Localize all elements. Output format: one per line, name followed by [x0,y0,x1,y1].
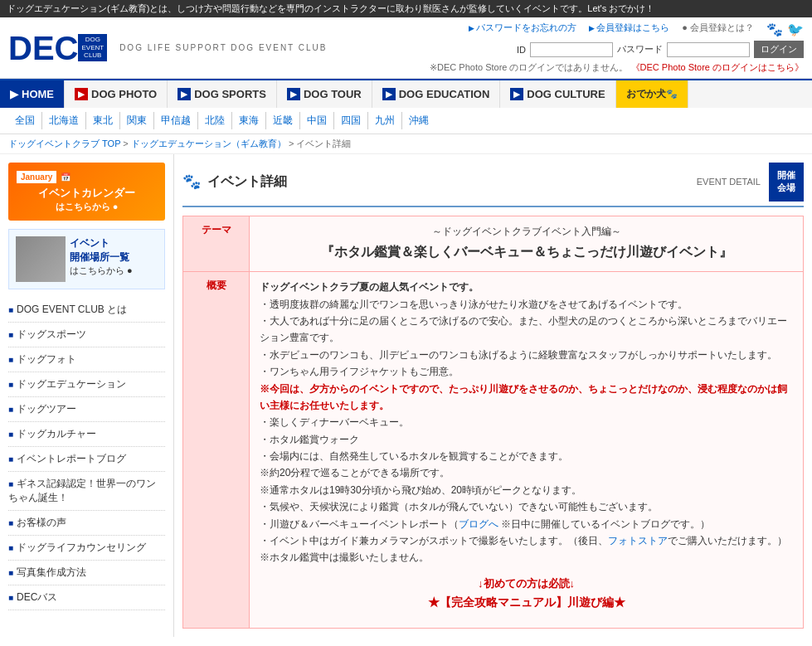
summary-bottom: ↓初めての方は必読↓ ★【完全攻略マニュアル】川遊び編★ [260,566,793,621]
sidebar-venue-banner[interactable]: イベント 開催場所一覧 はこちらから ● [8,229,165,289]
region-shikoku[interactable]: 四国 [334,112,368,129]
summary-line12: ・気候や、天候状況により鑑賞（ホタルが飛んでいない）できない可能性もございます。 [260,498,793,515]
calendar-banner-title: イベントカレンダー [17,186,157,201]
nav-dog-sports[interactable]: ▶ DOG SPORTS [168,80,277,108]
nav-dog-education-label: DOG EDUCATION [399,88,490,100]
region-all[interactable]: 全国 [8,112,42,129]
sidebar: January 📅 イベントカレンダー はこちらから ● イベント 開催場所一覧 [0,154,174,637]
nav-arrow-tour: ▶ [287,88,300,100]
register-link[interactable]: 会員登録はこちら [589,22,669,37]
summary-row: 概要 ドッグイベントクラブ夏の超人気イベントです。 ・透明度抜群の綺麗な川でワン… [183,272,804,629]
region-kyushu[interactable]: 九州 [368,112,402,129]
theme-intro: ～ドッグイベントクラブイベント入門編～ [260,223,793,241]
top-banner-text: ドッグエデュケーション(ギム教育)とは、しつけ方や問題行動などを専門のインストラ… [7,3,654,13]
summary-content-cell: ドッグイベントクラブ夏の超人気イベントです。 ・透明度抜群の綺麗な川でワンコを思… [250,272,804,629]
breadcrumb-top[interactable]: ドッグイベントクラブ TOP [8,138,120,148]
nav-dog-sports-label: DOG SPORTS [194,88,266,100]
paw-decoration: 🐾 [182,172,201,191]
password-input[interactable] [667,42,750,57]
region-kanto[interactable]: 関東 [120,112,154,129]
open-venue-button[interactable]: 開催 会場 [769,163,804,202]
breadcrumb-current: イベント詳細 [296,138,351,148]
question-icon: ● [682,22,688,32]
password-label: パスワード [617,43,663,56]
region-hokkaido[interactable]: 北海道 [42,112,86,129]
theme-content-cell: ～ドッグイベントクラブイベント入門編～ 『ホタル鑑賞＆楽しくバーベキュー＆ちょこ… [250,216,804,271]
password-link[interactable]: パスワードをお忘れの方 [469,22,576,37]
main-content: January 📅 イベントカレンダー はこちらから ● イベント 開催場所一覧 [0,154,812,637]
nav-home[interactable]: HOME [0,80,65,108]
breadcrumb: ドッグイベントクラブ TOP > ドッグエデュケーション（ギム教育） > イベン… [0,134,812,154]
region-tokai[interactable]: 東海 [232,112,266,129]
region-tohoku[interactable]: 東北 [86,112,120,129]
sidebar-item-bus[interactable]: DECバス [8,585,165,610]
summary-line3: ・大人であれば十分に足の届くところで泳げるので安心。また、小型犬の足のつくところ… [260,313,793,347]
summary-label-cell: 概要 [183,272,250,629]
login-button[interactable]: ログイン [754,41,804,58]
region-chugoku[interactable]: 中国 [300,112,334,129]
event-table: テーマ ～ドッグイベントクラブイベント入門編～ 『ホタル鑑賞＆楽しくバーベキュー… [182,216,804,629]
sidebar-item-education[interactable]: ドッグエデュケーション [8,372,165,397]
venue-banner-link: はこちらから ● [70,265,133,277]
sidebar-item-counseling[interactable]: ドッグライフカウンセリング [8,536,165,561]
nav-dog-culture[interactable]: ▶ DOG CULTURE [500,80,615,108]
breadcrumb-education[interactable]: ドッグエデュケーション（ギム教育） [131,138,286,148]
header-icons: 🐾 🐦 [766,22,804,37]
header: DEC DOG EVENT CLUB DOG LIFE SUPPORT DOG … [0,17,812,79]
venue-banner-subtitle: 開催場所一覧 [70,250,133,265]
main-nav: HOME ▶ DOG PHOTO ▶ DOG SPORTS ▶ DOG TOUR… [0,79,812,108]
summary-line14: ・イベント中はガイド兼カメラマンがスポットで撮影をいたします。（後日、フォトスト… [260,532,793,549]
region-koshinetsu[interactable]: 甲信越 [154,112,198,129]
sidebar-item-voice[interactable]: お客様の声 [8,511,165,536]
breadcrumb-sep1: > [123,138,130,148]
summary-line13: ・川遊び＆バーベキューイベントレポート（ブログへ ※日中に開催しているイベントブ… [260,516,793,532]
nav-dog-tour-label: DOG TOUR [304,88,362,100]
summary-line11: ※通常ホタルは19時30分頃から飛び始め、20時頃がピークとなります。 [260,482,793,498]
logo[interactable]: DEC DOG EVENT CLUB [8,32,107,65]
bottom-star-text: ★【完全攻略マニュアル】川遊び編★ [268,593,785,613]
sidebar-item-culture[interactable]: ドッグカルチャー [8,422,165,447]
paw-icon: 🐾 [766,22,783,37]
nav-dog-education[interactable]: ▶ DOG EDUCATION [372,80,501,108]
sidebar-item-guinness[interactable]: ギネス記録認定！世界一のワンちゃん誕生！ [8,472,165,511]
nav-outing[interactable]: おでか犬 🐾 [616,80,688,108]
blog-link[interactable]: ブログへ [459,518,498,530]
twitter-icon[interactable]: 🐦 [787,22,804,37]
logo-dec: DEC [8,32,78,65]
nav-arrow-sports: ▶ [177,88,191,100]
sidebar-menu: DOG EVENT CLUB とは ドッグスポーツ ドッグフォト ドッグエデュケ… [8,298,165,610]
nav-outing-label: おでか犬 [626,87,666,101]
nav-outing-icon: 🐾 [666,89,678,100]
sidebar-item-photo[interactable]: ドッグフォト [8,347,165,372]
sidebar-item-report[interactable]: イベントレポートブログ [8,447,165,472]
id-input[interactable] [530,42,613,57]
nav-home-label: HOME [22,88,54,100]
nav-dog-photo-label: DOG PHOTO [91,88,157,100]
region-okinawa[interactable]: 沖縄 [402,112,435,129]
event-detail-title-text: イベント詳細 [207,173,287,191]
event-detail-label: EVENT DETAIL [697,177,761,187]
summary-line6: ※今回は、夕方からのイベントですので、たっぷり川遊びをさせるのか、ちょこっとだけ… [260,381,793,415]
event-detail-title: 🐾 イベント詳細 [182,172,287,191]
summary-line15: ※ホタル鑑賞中は撮影いたしません。 [260,549,793,566]
nav-dog-photo[interactable]: ▶ DOG PHOTO [65,80,168,108]
region-kinki[interactable]: 近畿 [266,112,300,129]
top-banner: ドッグエデュケーション(ギム教育)とは、しつけ方や問題行動などを専門のインストラ… [0,0,812,17]
photostore-link[interactable]: フォトストア [608,535,668,546]
calendar-banner-sub: はこちらから ● [17,201,157,213]
sidebar-calendar-banner[interactable]: January 📅 イベントカレンダー はこちらから ● [8,163,165,221]
venue-banner-title: イベント [70,236,133,250]
nav-dog-tour[interactable]: ▶ DOG TOUR [277,80,372,108]
summary-line10: ※約20分程で巡ることができる場所です。 [260,464,793,481]
region-nav: 全国 北海道 東北 関東 甲信越 北陸 東海 近畿 中国 四国 九州 沖縄 [0,108,812,134]
summary-line5: ・ワンちゃん用ライフジャケットもご用意。 [260,363,793,380]
summary-line8: ・ホタル鑑賞ウォーク [260,431,793,448]
sidebar-item-tour[interactable]: ドッグツアー [8,397,165,422]
sidebar-item-about[interactable]: DOG EVENT CLUB とは [8,298,165,323]
id-label: ID [517,45,526,55]
photo-store-link[interactable]: 《DEC Photo Store のログインはこちら》 [631,62,804,72]
region-hokuriku[interactable]: 北陸 [198,112,232,129]
sidebar-item-photobook[interactable]: 写真集作成方法 [8,561,165,585]
sidebar-item-sports[interactable]: ドッグスポーツ [8,323,165,347]
logo-badge: DOG EVENT CLUB [78,34,107,61]
